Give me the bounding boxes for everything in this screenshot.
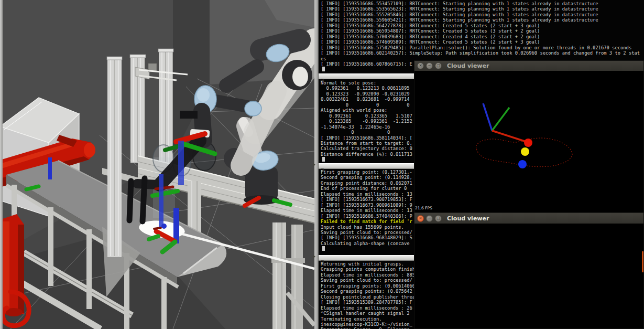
minimize-icon[interactable]: − <box>426 215 433 222</box>
terminal-cursor <box>322 157 325 162</box>
gripper-finger <box>143 178 145 221</box>
close-icon[interactable]: ✕ <box>417 62 424 69</box>
x-axis-line <box>492 131 528 142</box>
pointcloud-view[interactable]: 21.6 FPS <box>414 71 643 212</box>
tool-bracket <box>180 111 198 119</box>
desktop: { "windows": { "viewer_top": { "title": … <box>0 0 644 329</box>
red-point <box>524 139 532 147</box>
cloud-viewer-window-bottom[interactable]: ✕ − □ Cloud viewer <box>414 213 644 329</box>
pointcloud-view-empty[interactable] <box>414 224 643 328</box>
y-axis-line <box>492 108 509 131</box>
terminal-log-line: [ INFO] [1593516686.575029485]: Parallel… <box>321 45 644 50</box>
terminal-log-line: [ INFO] [1593516686.553565623]: RRTConne… <box>321 6 644 12</box>
background-sliver <box>642 251 643 272</box>
separator-handle-icon[interactable] <box>313 163 315 167</box>
separator-handle-icon[interactable] <box>313 254 315 259</box>
terminal-log-line: [ INFO] [1593516686.574609589]: RRTConne… <box>321 39 644 45</box>
terminal-log-line: [ INFO] [1593516686.559605421]: RRTConne… <box>321 17 644 23</box>
titlebar[interactable]: ✕ − □ Cloud viewer <box>414 213 643 224</box>
terminal-cursor <box>322 67 325 71</box>
terminal-cursor <box>322 246 325 251</box>
terminal-log-line: [ INFO] [1593516686.555205846]: RRTConne… <box>321 12 644 17</box>
close-icon[interactable]: ✕ <box>417 215 424 222</box>
titlebar[interactable]: ✕ − □ Cloud viewer <box>414 61 643 71</box>
minimize-icon[interactable]: − <box>426 62 433 69</box>
yellow-point <box>521 147 529 156</box>
z-axis-line <box>483 103 492 131</box>
gantry-post-front <box>107 57 122 257</box>
viewport-left-border <box>0 0 3 329</box>
window-title: Cloud viewer <box>447 215 489 222</box>
pointcloud-canvas <box>414 71 643 212</box>
terminal-log-line: [ INFO] [1593516686.570039683]: RRTConne… <box>321 34 644 39</box>
gripper-finger <box>129 181 131 220</box>
gazebo-3d-viewport[interactable] <box>0 0 314 329</box>
window-title: Cloud viewer <box>447 62 489 69</box>
blue-point <box>518 160 527 168</box>
terminal-log-line: [ INFO] [1593516686.564277878]: RRTConne… <box>321 23 644 28</box>
terminal-log-line: [ INFO] [1593516686.565954807]: RRTConne… <box>321 28 644 34</box>
simulation-scene <box>0 0 314 329</box>
terminal-log-line: [ INFO] [1593516686.602140257]: SimpleSe… <box>321 50 644 56</box>
fps-counter: 21.6 FPS <box>415 206 432 210</box>
cloud-viewer-window-top[interactable]: ✕ − □ Cloud viewer 21.6 FPS <box>414 60 644 213</box>
maximize-icon[interactable]: □ <box>435 215 442 222</box>
maximize-icon[interactable]: □ <box>435 62 442 69</box>
terminal-log-line: [ INFO] [1593516686.553457109]: RRTConne… <box>321 1 644 6</box>
